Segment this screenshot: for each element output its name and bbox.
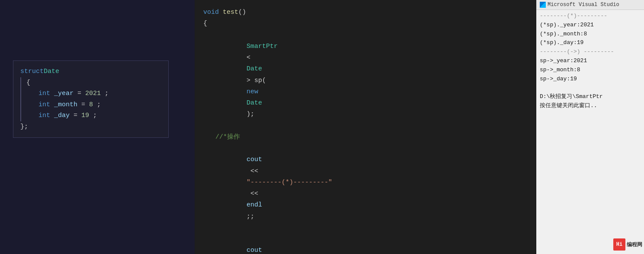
- editor-panel: void test () { SmartPtr < Date > sp( new…: [195, 0, 536, 254]
- main-container: struct Date { int _year = 2021 ; int _mo…: [0, 0, 644, 254]
- output-line-month2: sp->_month:8: [540, 66, 641, 75]
- bottom-logo: Hi 编程网: [613, 238, 642, 251]
- output-line-month1: (*sp)._month:8: [540, 30, 641, 39]
- output-line-year1: (*sp)._year:2021: [540, 21, 641, 30]
- line-bar: [20, 77, 21, 89]
- logo-icon: Hi: [613, 238, 625, 251]
- output-title: Microsoft Visual Studio: [548, 2, 619, 8]
- code-line-2: {: [203, 18, 528, 29]
- struct-line-4: int _month = 8 ;: [20, 99, 161, 111]
- output-line-close: 按任意键关闭此窗口..: [540, 102, 641, 111]
- output-content: --------(*)--------- (*sp)._year:2021 (*…: [536, 10, 644, 112]
- logo-text: 编程网: [627, 241, 642, 248]
- struct-line-5: int _day = 19 ;: [20, 110, 161, 121]
- output-line-day2: sp->_day:19: [540, 75, 641, 84]
- int-keyword-3: int: [38, 112, 54, 119]
- code-line-1: void test (): [203, 7, 528, 18]
- struct-line-2: {: [20, 77, 161, 89]
- output-line-year2: sp->_year:2021: [540, 57, 641, 66]
- brace-open: {: [26, 77, 30, 89]
- vs-icon: [540, 2, 546, 8]
- output-line-path: D:\秋招复习\SmartPtr: [540, 92, 641, 102]
- output-header: Microsoft Visual Studio: [536, 0, 644, 10]
- int-keyword-2: int: [38, 101, 54, 108]
- logo-icon-text: Hi: [616, 241, 622, 248]
- code-line-5: cout << "--------(*)---------" << endl ;…: [203, 143, 528, 234]
- code-line-4: //*操作: [203, 132, 528, 143]
- day-value: 19: [81, 112, 89, 119]
- month-value: 8: [89, 101, 93, 108]
- output-panel: Microsoft Visual Studio --------(*)-----…: [536, 0, 644, 254]
- year-member: _year: [54, 90, 74, 97]
- output-line-day1: (*sp)._day:19: [540, 38, 641, 48]
- struct-code-box: struct Date { int _year = 2021 ; int _mo…: [13, 60, 169, 138]
- struct-line-1: struct Date: [20, 66, 161, 77]
- struct-line-3: int _year = 2021 ;: [20, 88, 161, 99]
- year-value: 2021: [85, 90, 101, 97]
- line-bar-4: [20, 110, 21, 121]
- struct-keyword: struct: [20, 66, 44, 77]
- day-member: _day: [54, 112, 70, 119]
- brace-close: };: [20, 121, 28, 133]
- line-bar-3: [20, 99, 21, 111]
- output-line-div1: --------(*)---------: [540, 12, 641, 21]
- struct-line-6: };: [20, 121, 161, 133]
- line-bar-2: [20, 88, 21, 99]
- struct-name: Date: [44, 66, 59, 77]
- output-line-empty: [540, 83, 641, 92]
- code-line-6: cout << "(*sp)._year:" <<(*sp). _year <<…: [203, 234, 528, 254]
- output-line-div2: --------(->) ---------: [540, 48, 641, 57]
- month-member: _month: [54, 101, 77, 108]
- int-keyword-1: int: [38, 90, 54, 97]
- code-line-3: SmartPtr < Date > sp( new Date );: [203, 30, 528, 132]
